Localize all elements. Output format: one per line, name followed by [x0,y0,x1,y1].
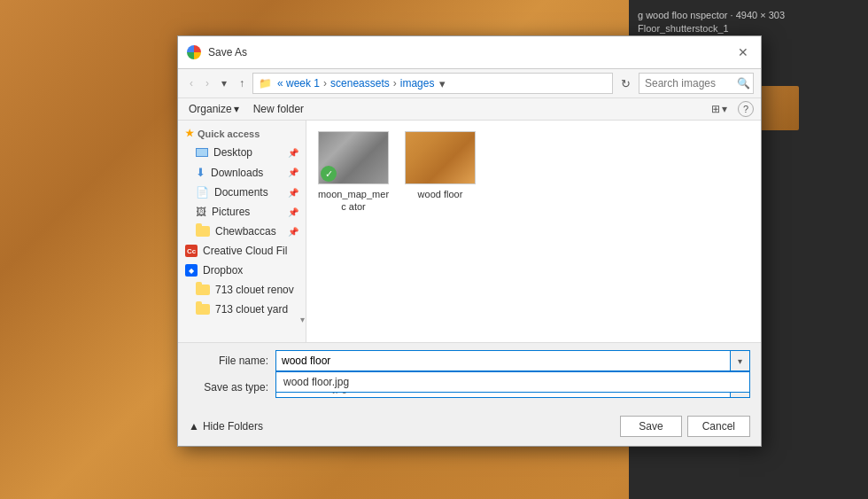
help-button[interactable]: ? [738,101,754,117]
dialog-overlay: Save As ✕ ‹ › ▾ ↑ 📁 « week 1 › sceneasse… [0,0,868,499]
breadcrumb-week1[interactable]: « week 1 [277,77,320,90]
folder-icon-713yard [196,304,210,315]
dialog-titlebar: Save As ✕ [178,36,761,69]
file-name-wood: wood floor [418,188,463,200]
organize-toolbar: Organize ▾ New folder ⊞ ▾ ? [178,98,761,121]
breadcrumb-images[interactable]: images [400,77,435,90]
nav-toolbar: ‹ › ▾ ↑ 📁 « week 1 › sceneassets › image… [178,69,761,98]
cancel-button[interactable]: Cancel [687,416,750,437]
search-input[interactable] [645,77,733,90]
dialog-title: Save As [208,46,727,58]
file-thumb-moon: ✓ [318,131,389,184]
filetype-label: Save as type: [189,381,268,394]
view-dropdown-icon: ▾ [722,103,727,115]
breadcrumb-dropdown-button[interactable]: ▾ [439,77,446,90]
breadcrumb[interactable]: 📁 « week 1 › sceneassets › images ▾ [252,73,613,94]
pin-icon-chewbaccas: 📌 [288,227,298,237]
breadcrumb-sep1: › [323,77,327,90]
action-buttons: Save Cancel [620,416,750,437]
sidebar-item-label-downloads: Downloads [211,167,263,179]
breadcrumb-sceneassets[interactable]: sceneassets [330,77,390,90]
autocomplete-item-wood[interactable]: wood floor.jpg [276,372,749,392]
hide-folders-label: Hide Folders [203,420,263,433]
dialog-form: File name: ▾ wood floor.jpg Save as type… [178,342,761,410]
sidebar-item-label-desktop: Desktop [213,146,252,159]
search-box: 🔍 [639,73,754,94]
folder-icon-713renov [196,285,210,295]
sidebar: ★ Quick access Desktop 📌 ⬇ Downloads 📌 📄… [178,121,306,342]
close-button[interactable]: ✕ [734,43,752,61]
sidebar-item-chewbaccas[interactable]: Chewbaccas 📌 [178,222,306,241]
save-as-dialog: Save As ✕ ‹ › ▾ ↑ 📁 « week 1 › sceneasse… [177,35,762,447]
dialog-content: ★ Quick access Desktop 📌 ⬇ Downloads 📌 📄… [178,121,761,342]
search-icon: 🔍 [737,77,750,90]
up-button[interactable]: ↑ [235,74,249,92]
file-check-moon: ✓ [321,166,337,182]
sidebar-item-label-documents: Documents [214,186,268,199]
breadcrumb-sep2: › [393,77,397,90]
view-button[interactable]: ⊞ ▾ [708,101,731,117]
pin-icon-desktop: 📌 [288,148,298,158]
pin-icon-pictures: 📌 [288,207,298,217]
sidebar-item-713-renov[interactable]: 713 clouet renov [178,280,306,300]
dropbox-icon: ◆ [185,264,198,277]
downloads-icon: ⬇ [196,166,205,179]
quick-access-header[interactable]: ★ Quick access [178,124,306,143]
folder-icon-chewbaccas [196,226,210,237]
sidebar-item-label-chewbaccas: Chewbaccas [215,225,276,238]
new-folder-button[interactable]: New folder [250,101,307,117]
file-item-moon[interactable]: ✓ moon_map_merc ator [314,128,393,217]
sidebar-item-dropbox[interactable]: ◆ Dropbox [178,261,306,280]
view-icon: ⊞ [711,103,720,115]
dialog-footer: ▲ Hide Folders Save Cancel [178,410,761,446]
pictures-icon: 🖼 [196,206,206,218]
organize-button[interactable]: Organize ▾ [185,101,243,117]
quick-access-icon: ★ [185,128,194,139]
quick-access-label: Quick access [198,129,260,139]
sidebar-item-label-713yard: 713 clouet yard [215,303,288,316]
organize-label: Organize [189,103,232,115]
breadcrumb-folder-icon: 📁 [259,77,272,90]
sidebar-item-pictures[interactable]: 🖼 Pictures 📌 [178,202,306,222]
back-button[interactable]: ‹ [185,74,198,92]
chrome-icon [187,45,201,59]
sidebar-item-desktop[interactable]: Desktop 📌 [178,143,306,162]
filename-label: File name: [189,355,268,367]
scroll-down-indicator[interactable]: ▾ [300,315,305,324]
autocomplete-dropdown: wood floor.jpg [275,371,750,393]
hide-folders-button[interactable]: ▲ Hide Folders [189,420,263,433]
sidebar-item-label-cc: Creative Cloud Fil [203,245,287,257]
filename-dropdown-button[interactable]: ▾ [731,350,750,371]
sidebar-item-label-dropbox: Dropbox [203,264,243,277]
chevron-up-icon: ▲ [189,420,199,433]
desktop-icon [196,148,208,157]
sidebar-item-label-713renov: 713 clouet renov [215,284,294,296]
sidebar-item-creative-cloud[interactable]: Cc Creative Cloud Fil [178,241,306,261]
file-area: ✓ moon_map_merc ator wood floor [306,121,761,342]
save-button[interactable]: Save [620,416,681,437]
file-name-moon: moon_map_merc ator [317,188,390,214]
sidebar-item-downloads[interactable]: ⬇ Downloads 📌 [178,162,306,183]
recent-locations-button[interactable]: ▾ [217,74,231,92]
sidebar-item-documents[interactable]: 📄 Documents 📌 [178,183,306,202]
refresh-button[interactable]: ↻ [616,74,635,93]
filename-input-wrapper: ▾ wood floor.jpg [275,350,750,371]
filename-input[interactable] [275,350,731,371]
forward-button[interactable]: › [201,74,213,92]
file-item-wood[interactable]: wood floor [400,128,480,217]
sidebar-item-label-pictures: Pictures [212,206,250,218]
creative-cloud-icon: Cc [185,245,198,257]
pin-icon-documents: 📌 [288,188,298,198]
documents-icon: 📄 [196,186,209,199]
sidebar-item-713-yard[interactable]: 713 clouet yard [178,300,306,319]
file-thumb-wood [405,131,476,184]
organize-dropdown-icon: ▾ [234,103,239,115]
filename-row: File name: ▾ wood floor.jpg [189,350,750,371]
pin-icon-downloads: 📌 [288,168,298,177]
